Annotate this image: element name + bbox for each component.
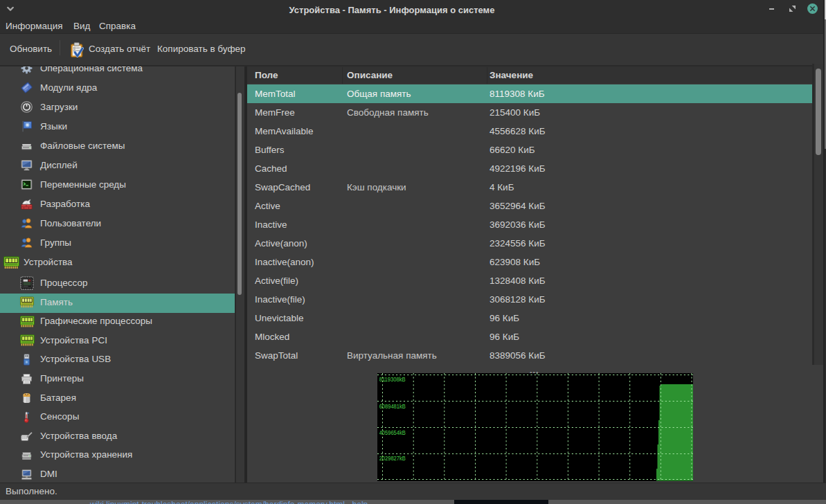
svg-text:4059654kB: 4059654kB: [379, 429, 406, 436]
svg-text:8119308kB: 8119308kB: [379, 375, 406, 383]
svg-text:6089481kB: 6089481kB: [379, 402, 406, 410]
svg-text:2029827kB: 2029827kB: [379, 454, 406, 462]
